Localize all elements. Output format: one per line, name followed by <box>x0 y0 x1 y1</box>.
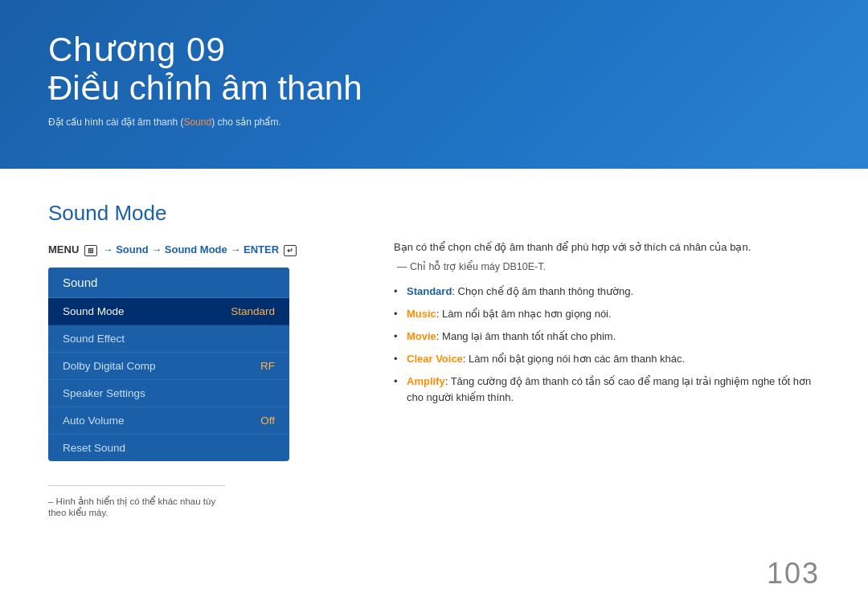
list-item: Clear Voice: Làm nổi bật giọng nói hơn c… <box>394 351 820 367</box>
footnote-content: Hình ảnh hiển thị có thể khác nhau tùy t… <box>48 497 215 517</box>
sound-menu-item[interactable]: Dolby Digital Comp RF <box>48 353 289 380</box>
menu-icon: ⊞ <box>84 245 97 256</box>
header-banner: Chương 09 Điều chỉnh âm thanh Đặt cấu hì… <box>0 0 868 169</box>
bullet-text: : Tăng cường độ âm thanh có tần số cao đ… <box>407 375 811 403</box>
footnote-text: – Hình ảnh hiển thị có thể khác nhau tùy… <box>48 496 225 518</box>
chapter-label: Chương 09 <box>48 31 820 69</box>
right-intro: Bạn có thể chọn chế độ âm thanh để phù h… <box>394 239 820 255</box>
list-item: Music: Làm nổi bật âm nhạc hơn giọng nói… <box>394 306 820 322</box>
menu-steps: → Sound → Sound Mode → ENTER <box>103 243 280 255</box>
sound-menu-item[interactable]: Sound Mode Standard <box>48 298 289 325</box>
bullet-list: Standard: Chọn chế độ âm thanh thông thư… <box>394 284 820 407</box>
menu-item-value: RF <box>260 360 275 372</box>
menu-item-value: Standard <box>231 305 275 317</box>
subtitle-prefix: Đặt cấu hình cài đặt âm thanh ( <box>48 116 183 128</box>
list-item: Amplify: Tăng cường độ âm thanh có tần s… <box>394 374 820 406</box>
page-number: 103 <box>767 557 820 591</box>
sound-menu-item[interactable]: Auto Volume Off <box>48 407 289 435</box>
list-item: Standard: Chọn chế độ âm thanh thông thư… <box>394 284 820 300</box>
section-title: Sound Mode <box>48 201 346 226</box>
menu-instruction: MENU ⊞ → Sound → Sound Mode → ENTER ↵ <box>48 243 346 256</box>
bullet-term: Amplify <box>407 375 445 387</box>
bullet-text: : Mang lại âm thanh tốt nhất cho phim. <box>436 330 616 342</box>
bullet-term: Movie <box>407 330 436 342</box>
bullet-term: Music <box>407 308 436 320</box>
sound-menu-header: Sound <box>48 268 289 298</box>
bullet-text: : Làm nổi bật âm nhạc hơn giọng nói. <box>436 308 612 320</box>
menu-item-label: Dolby Digital Comp <box>63 360 156 372</box>
menu-item-label: Sound Effect <box>63 333 125 345</box>
sound-menu-item[interactable]: Reset Sound <box>48 435 289 461</box>
sound-menu-item[interactable]: Speaker Settings <box>48 380 289 407</box>
bullet-text: : Làm nổi bật giọng nói hơn các âm thanh… <box>463 353 685 365</box>
enter-icon: ↵ <box>284 245 297 256</box>
menu-item-label: Auto Volume <box>63 415 125 427</box>
right-column: Bạn có thể chọn chế độ âm thanh để phù h… <box>394 201 820 518</box>
sound-menu-box: Sound Sound Mode Standard Sound Effect D… <box>48 268 289 461</box>
bullet-term: Standard <box>407 285 452 297</box>
menu-item-label: Sound Mode <box>63 305 125 317</box>
bullet-term: Clear Voice <box>407 353 463 365</box>
menu-label: MENU <box>48 243 79 255</box>
left-column: Sound Mode MENU ⊞ → Sound → Sound Mode →… <box>48 201 346 518</box>
chapter-title: Điều chỉnh âm thanh <box>48 69 820 108</box>
subtitle-highlight: Sound <box>183 116 211 128</box>
menu-item-label: Reset Sound <box>63 442 125 454</box>
right-note: Chỉ hỗ trợ kiểu máy DB10E-T. <box>394 260 820 272</box>
menu-item-value: Off <box>260 415 275 427</box>
list-item: Movie: Mang lại âm thanh tốt nhất cho ph… <box>394 329 820 345</box>
subtitle-suffix: ) cho sản phẩm. <box>211 116 281 128</box>
menu-item-label: Speaker Settings <box>63 387 145 399</box>
header-subtitle: Đặt cấu hình cài đặt âm thanh (Sound) ch… <box>48 116 820 128</box>
main-content: Sound Mode MENU ⊞ → Sound → Sound Mode →… <box>0 169 868 542</box>
bullet-text: : Chọn chế độ âm thanh thông thường. <box>452 285 633 297</box>
footnote-section: – Hình ảnh hiển thị có thể khác nhau tùy… <box>48 485 225 518</box>
sound-menu-item[interactable]: Sound Effect <box>48 325 289 353</box>
